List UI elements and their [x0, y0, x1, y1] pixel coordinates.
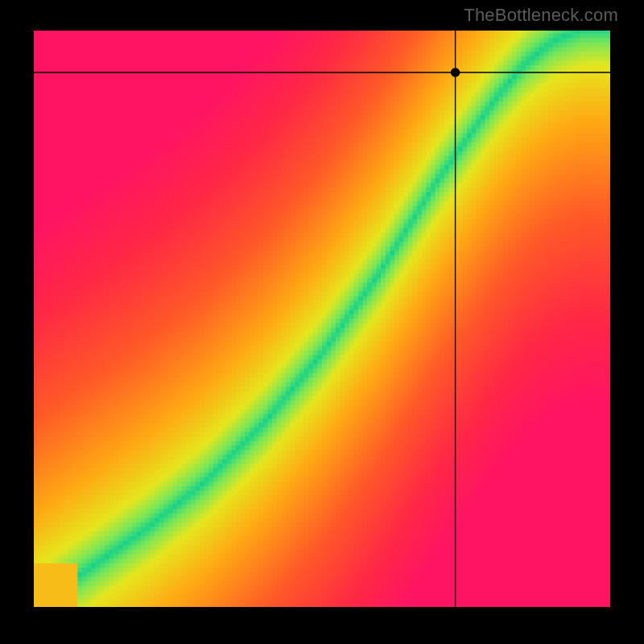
chart-container: TheBottleneck.com: [0, 0, 644, 644]
heatmap-canvas: [32, 29, 612, 609]
watermark-text: TheBottleneck.com: [464, 5, 618, 26]
